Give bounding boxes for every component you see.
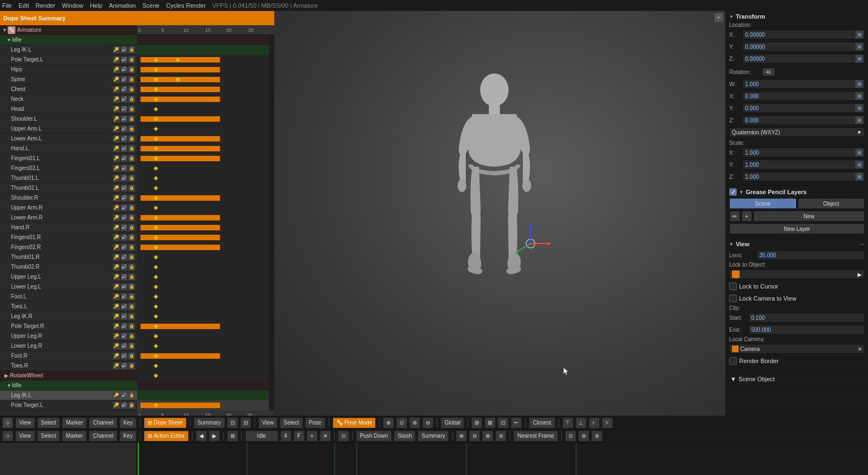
icon-key6[interactable]: 🔑 (113, 96, 120, 103)
icon-key35[interactable]: 🔑 (113, 402, 120, 409)
channel-toes-l[interactable]: Toes.L 🔑🔊🔒 (0, 302, 137, 312)
tb1-icon-2[interactable]: ⊡ (227, 417, 238, 428)
tb1-marker-btn[interactable]: Marker (62, 417, 87, 428)
channel-hips[interactable]: Hips 🔑🔊🔒 (0, 65, 137, 75)
tb1-icon-3[interactable]: ⊟ (240, 417, 251, 428)
lock-camera-checkbox[interactable] (729, 295, 737, 302)
tb1-icon-12[interactable]: ⊤ (562, 417, 573, 428)
icon-key13[interactable]: 🔑 (113, 165, 120, 172)
channel-lower-arm-l[interactable]: Lower Arm.L 🔑🔊🔒 (0, 134, 137, 144)
icon-key8[interactable]: 🔑 (113, 116, 120, 122)
icon-key9[interactable]: 🔑 (113, 126, 120, 132)
tb1-view-btn[interactable]: View (15, 417, 35, 428)
tb1-global-btn[interactable]: Global (441, 417, 464, 428)
icon-key14[interactable]: 🔑 (113, 175, 120, 182)
channel-pole-target-l-2[interactable]: Pole Target.L 🔑🔊🔒 (0, 400, 137, 410)
icon-mute8[interactable]: 🔊 (121, 116, 127, 122)
channel-lower-leg-r[interactable]: Lower Leg.R 🔑🔊🔒 (0, 341, 137, 351)
tb2-icon-4[interactable]: ✕ (320, 431, 331, 442)
tb2-stash-btn[interactable]: Stash (394, 431, 416, 442)
channel-leg-ik-l-2[interactable]: Leg IK.L 🔑🔊🔒 (0, 391, 137, 400)
channel-pole-target-l[interactable]: Pole Target.L 🔑 🔊 🔒 (0, 55, 137, 65)
icon-key20[interactable]: 🔑 (113, 234, 120, 241)
icon-key31[interactable]: 🔑 (113, 343, 120, 349)
tb1-summary-btn[interactable]: Summary (194, 417, 225, 428)
tb2-icon-11[interactable]: ⊚ (578, 431, 589, 442)
icon-lock8[interactable]: 🔒 (128, 116, 135, 122)
icon-key15[interactable]: 🔑 (113, 185, 120, 191)
add-layer-btn[interactable]: + (741, 211, 752, 222)
scene-btn[interactable]: Scene (729, 198, 797, 209)
channel-upper-arm-r[interactable]: Upper Arm.R 🔑🔊🔒 (0, 203, 137, 213)
icon-mute14[interactable]: 🔊 (121, 175, 127, 182)
icon-key32[interactable]: 🔑 (113, 353, 120, 359)
icon-lock28[interactable]: 🔒 (128, 313, 135, 320)
channel-hand-l[interactable]: Hand.L 🔑🔊🔒 (0, 144, 137, 154)
icon-key23[interactable]: 🔑 (113, 264, 120, 270)
lock-object-field[interactable]: ▶ (729, 269, 865, 279)
tb1-icon-13[interactable]: ⊥ (576, 417, 587, 428)
icon-key34[interactable]: 🔑 (113, 392, 120, 399)
icon-mute30[interactable]: 🔊 (121, 333, 127, 340)
icon-lock31[interactable]: 🔒 (128, 343, 135, 349)
icon-mute32[interactable]: 🔊 (121, 353, 127, 359)
icon-mute27[interactable]: 🔊 (121, 303, 127, 310)
channel-shoulder-r[interactable]: Shoulder.R 🔑🔊🔒 (0, 193, 137, 203)
channel-thumb01-r[interactable]: Thumb01.R 🔑🔊🔒 (0, 252, 137, 262)
icon-key[interactable]: 🔑 (113, 47, 120, 53)
channel-fingers02-l[interactable]: Fingers02.L 🔑🔊🔒 (0, 163, 137, 173)
tb1-icon-6[interactable]: ⊛ (409, 417, 420, 428)
channel-pole-target-r[interactable]: Pole Target.R 🔑🔊🔒 (0, 321, 137, 331)
icon-lock19[interactable]: 🔒 (128, 224, 135, 231)
tb2-icon-10[interactable]: ⊙ (565, 431, 576, 442)
grease-pencil-header[interactable]: ✓ ▼ Grease Pencil Layers (729, 188, 865, 196)
icon-mute7[interactable]: 🔊 (121, 106, 127, 112)
icon-lock17[interactable]: 🔒 (128, 205, 135, 211)
view-header[interactable]: ▼ View — (729, 241, 865, 247)
icon-lock30[interactable]: 🔒 (128, 333, 135, 340)
icon-key28[interactable]: 🔑 (113, 313, 120, 320)
scale-z-value[interactable]: 1.000 ⊞ (742, 172, 865, 182)
icon-mute25[interactable]: 🔊 (121, 284, 127, 290)
tb2-frame-num[interactable]: 4 (280, 431, 291, 442)
icon-key19[interactable]: 🔑 (113, 224, 120, 231)
scale-x-value[interactable]: 1.000 ⊞ (742, 148, 865, 157)
icon-lock7[interactable]: 🔒 (128, 106, 135, 112)
channel-thumb02-r[interactable]: Thumb02.R 🔑🔊🔒 (0, 262, 137, 272)
icon-lock16[interactable]: 🔒 (128, 195, 135, 201)
icon-key27[interactable]: 🔑 (113, 303, 120, 310)
icon-lock14[interactable]: 🔒 (128, 175, 135, 182)
menu-window[interactable]: Window (62, 2, 83, 9)
icon-key2[interactable]: 🔑 (113, 56, 120, 63)
icon-mute28[interactable]: 🔊 (121, 313, 127, 320)
menu-animation[interactable]: Animation (109, 2, 136, 9)
icon-lock25[interactable]: 🔒 (128, 284, 135, 290)
tb2-view-btn[interactable]: View (15, 431, 35, 442)
rot-z-copy[interactable]: ⊞ (855, 116, 863, 124)
icon-mute9[interactable]: 🔊 (121, 126, 127, 132)
transform-header[interactable]: ▼ Transform (729, 13, 865, 20)
icon-key29[interactable]: 🔑 (113, 323, 120, 330)
tb2-icon-8[interactable]: ⊗ (482, 431, 493, 442)
icon-lock5[interactable]: 🔒 (128, 86, 135, 93)
icon-lock11[interactable]: 🔒 (128, 145, 135, 152)
channel-neck[interactable]: Neck 🔑🔊🔒 (0, 94, 137, 104)
lens-value[interactable]: 35.000 (757, 250, 865, 260)
menu-cycles[interactable]: Cycles Render (166, 2, 206, 9)
channel-shoulder-l[interactable]: Shoulder.L 🔑🔊🔒 (0, 114, 137, 124)
loc-y-copy[interactable]: ⊞ (855, 43, 863, 50)
icon-key24[interactable]: 🔑 (113, 274, 120, 280)
icon-mute20[interactable]: 🔊 (121, 234, 127, 241)
icon-lock10[interactable]: 🔒 (128, 135, 135, 142)
tb2-nearest-frame-btn[interactable]: Nearest Frame (514, 431, 558, 442)
tb2-icon-3[interactable]: + (307, 431, 318, 442)
tb2-push-down-btn[interactable]: Push Down (356, 431, 392, 442)
icon-key5[interactable]: 🔑 (113, 86, 120, 93)
tb2-icon-9[interactable]: ⊘ (495, 431, 506, 442)
channel-chest[interactable]: Chest 🔑🔊🔒 (0, 84, 137, 94)
rotation-mode-select[interactable]: Quaternion (WXYZ) ▼ (729, 127, 865, 137)
new-layer-btn[interactable]: New Layer (729, 223, 865, 234)
tb1-icon-8[interactable]: ⊞ (471, 417, 482, 428)
tb1-select2-btn[interactable]: Select (280, 417, 303, 428)
icon-lock21[interactable]: 🔒 (128, 244, 135, 251)
